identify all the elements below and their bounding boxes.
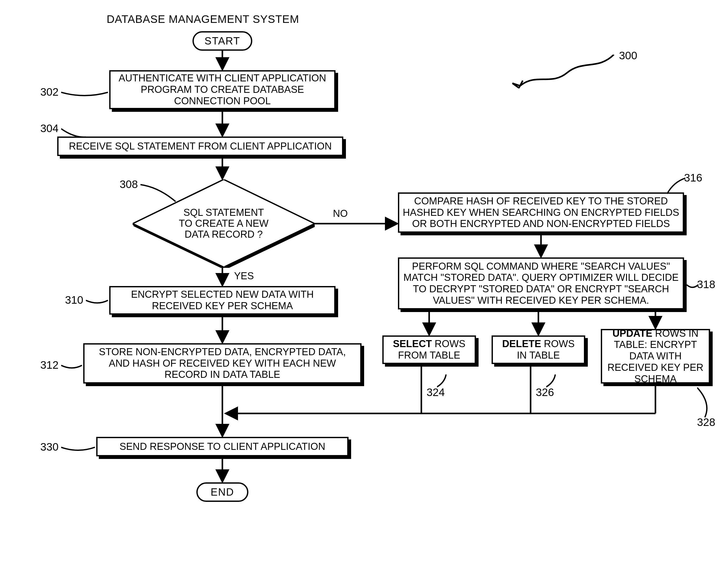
ref-302: 302: [40, 86, 59, 98]
line: TO CREATE A NEW: [179, 218, 269, 229]
bold: DELETE: [502, 338, 541, 349]
leader-icon: [546, 374, 559, 387]
figure-ref-300: 300: [619, 49, 637, 62]
ref-304: 304: [40, 122, 59, 135]
line: DATA RECORD ?: [179, 229, 269, 240]
end-terminal: END: [196, 482, 248, 502]
ref-330: 330: [40, 441, 59, 453]
box-store-data: STORE NON-ENCRYPTED DATA, ENCRYPTED DATA…: [83, 343, 362, 384]
bold: SELECT: [393, 338, 432, 349]
box-text: SELECT ROWS FROM TABLE: [387, 338, 472, 361]
line: SQL STATEMENT: [179, 207, 269, 218]
box-text: AUTHENTICATE WITH CLIENT APPLICATION PRO…: [114, 73, 331, 107]
diamond-text: SQL STATEMENT TO CREATE A NEW DATA RECOR…: [179, 207, 269, 240]
box-select-rows: SELECT ROWS FROM TABLE: [382, 335, 476, 364]
leader-icon: [61, 443, 96, 454]
box-text: UPDATE ROWS IN TABLE: ENCRYPT DATA WITH …: [605, 328, 706, 385]
box-update-rows: UPDATE ROWS IN TABLE: ENCRYPT DATA WITH …: [601, 329, 710, 384]
box-text: PERFORM SQL COMMAND WHERE "SEARCH VALUES…: [402, 261, 680, 306]
leader-icon: [697, 387, 713, 419]
box-text: DELETE ROWS IN TABLE: [496, 338, 581, 361]
box-text: STORE NON-ENCRYPTED DATA, ENCRYPTED DATA…: [88, 346, 357, 380]
ref-310: 310: [65, 294, 83, 306]
box-delete-rows: DELETE ROWS IN TABLE: [492, 335, 585, 364]
box-authenticate: AUTHENTICATE WITH CLIENT APPLICATION PRO…: [109, 70, 336, 109]
edge-yes: YES: [234, 270, 254, 282]
leader-icon: [140, 182, 177, 203]
edge-no: NO: [333, 208, 348, 219]
leader-icon: [86, 296, 109, 307]
diagram-title: DATABASE MANAGEMENT SYSTEM: [107, 13, 299, 25]
ref-308: 308: [120, 178, 138, 191]
flowchart-canvas: DATABASE MANAGEMENT SYSTEM 300 START AUT…: [10, 10, 718, 554]
box-encrypt-new: ENCRYPT SELECTED NEW DATA WITH RECEIVED …: [109, 286, 336, 315]
ref-324: 324: [427, 386, 445, 399]
leader-icon: [61, 126, 87, 139]
leader-icon: [687, 281, 700, 291]
leader-icon: [437, 374, 450, 387]
ref-316: 316: [684, 172, 702, 184]
box-perform-sql: PERFORM SQL COMMAND WHERE "SEARCH VALUES…: [398, 257, 684, 309]
leader-icon: [61, 361, 83, 372]
box-text: SEND RESPONSE TO CLIENT APPLICATION: [119, 441, 325, 452]
box-text: ENCRYPT SELECTED NEW DATA WITH RECEIVED …: [114, 289, 331, 312]
ref-312: 312: [40, 359, 59, 371]
squiggle-arrow-icon: [505, 55, 616, 88]
start-terminal: START: [192, 31, 252, 51]
ref-318: 318: [697, 278, 715, 291]
box-text: COMPARE HASH OF RECEIVED KEY TO THE STOR…: [402, 196, 680, 230]
bold: UPDATE: [613, 328, 652, 339]
box-text: RECEIVE SQL STATEMENT FROM CLIENT APPLIC…: [69, 141, 332, 152]
leader-icon: [61, 88, 109, 99]
box-compare-hash: COMPARE HASH OF RECEIVED KEY TO THE STOR…: [398, 192, 684, 233]
ref-326: 326: [536, 386, 554, 399]
box-receive-sql: RECEIVE SQL STATEMENT FROM CLIENT APPLIC…: [57, 137, 343, 156]
leader-icon: [666, 177, 687, 195]
box-send-response: SEND RESPONSE TO CLIENT APPLICATION: [96, 437, 349, 456]
